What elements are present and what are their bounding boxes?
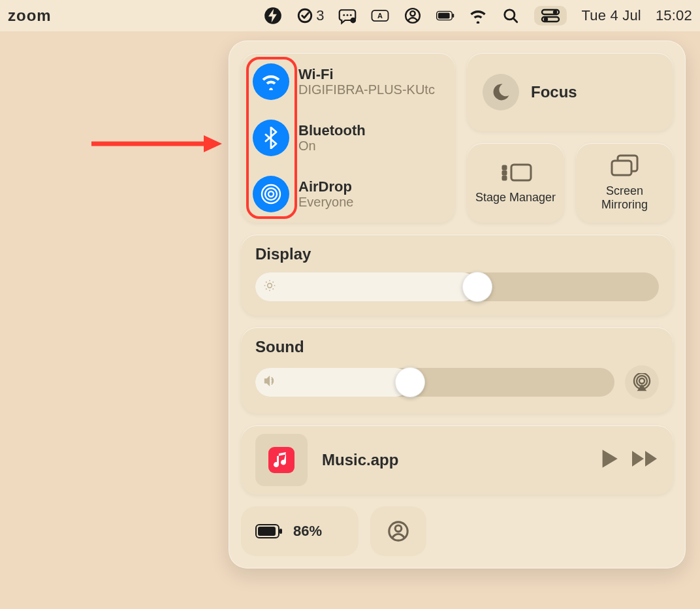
bluetooth-status: On	[298, 139, 366, 153]
user-icon[interactable]	[404, 7, 422, 25]
svg-text:A: A	[377, 12, 383, 20]
stage-manager-label: Stage Manager	[475, 191, 556, 205]
screen-mirroring-label: Screen Mirroring	[582, 184, 667, 211]
svg-point-15	[554, 11, 556, 14]
bluetooth-title: Bluetooth	[298, 123, 366, 138]
user-switch-tile[interactable]	[370, 506, 426, 556]
control-center-icon[interactable]	[534, 6, 567, 25]
wifi-network-name: DIGIFIBRA-PLUS-KUtc	[298, 82, 435, 97]
stage-manager-tile[interactable]: Stage Manager	[467, 143, 564, 223]
svg-point-20	[268, 191, 274, 197]
input-source-icon[interactable]: A	[371, 7, 389, 25]
focus-label: Focus	[531, 83, 577, 101]
wifi-title: Wi-Fi	[298, 67, 435, 82]
music-artwork	[255, 434, 308, 486]
svg-rect-34	[258, 527, 276, 536]
display-brightness-slider[interactable]	[255, 272, 659, 301]
svg-rect-25	[503, 171, 506, 174]
bluetooth-icon	[253, 120, 289, 156]
search-icon[interactable]	[501, 7, 520, 25]
sound-volume-slider[interactable]	[255, 368, 614, 397]
menu-bar: zoom 3 A Tue 4 Jul 15:02	[0, 0, 700, 31]
svg-point-2	[343, 14, 345, 16]
airdrop-icon	[253, 176, 289, 212]
battery-tile[interactable]: 86%	[241, 506, 358, 556]
bluetooth-toggle[interactable]: Bluetooth On	[253, 120, 443, 156]
svg-point-28	[268, 284, 272, 288]
svg-rect-12	[453, 14, 454, 18]
svg-point-5	[351, 18, 357, 24]
battery-percent: 86%	[293, 523, 322, 540]
svg-rect-26	[503, 176, 506, 180]
screen-mirroring-icon	[610, 154, 640, 178]
svg-rect-11	[438, 13, 450, 19]
menubar-time[interactable]: 15:02	[656, 7, 692, 24]
play-button[interactable]	[600, 449, 618, 471]
airplay-icon	[633, 373, 651, 391]
brightness-icon	[263, 279, 276, 295]
moon-icon	[483, 74, 519, 110]
svg-point-4	[350, 14, 352, 16]
control-center-panel: Wi-Fi DIGIFIBRA-PLUS-KUtc Bluetooth On	[229, 41, 686, 568]
speaker-icon	[263, 374, 278, 390]
svg-marker-19	[204, 135, 222, 152]
display-title: Display	[255, 245, 659, 263]
svg-point-29	[639, 378, 644, 384]
menubar-date[interactable]: Tue 4 Jul	[581, 7, 641, 24]
next-track-button[interactable]	[631, 450, 659, 470]
screen-mirroring-tile[interactable]: Screen Mirroring	[576, 143, 673, 223]
svg-rect-32	[268, 447, 294, 473]
battery-icon[interactable]	[436, 7, 454, 25]
svg-point-3	[347, 14, 349, 16]
now-playing-name: Music.app	[322, 451, 586, 469]
sound-title: Sound	[255, 338, 659, 356]
now-playing-tile[interactable]: Music.app	[241, 425, 673, 495]
svg-rect-23	[511, 165, 531, 180]
svg-point-37	[395, 525, 402, 532]
svg-point-21	[265, 188, 277, 200]
airdrop-title: AirDrop	[298, 179, 354, 194]
bolt-icon[interactable]	[264, 7, 282, 25]
todo-menu-item[interactable]: 3	[296, 7, 324, 24]
battery-icon	[255, 524, 283, 538]
airplay-audio-button[interactable]	[625, 365, 659, 399]
app-name[interactable]: zoom	[8, 7, 52, 25]
display-tile: Display	[241, 235, 673, 316]
connectivity-tile: Wi-Fi DIGIFIBRA-PLUS-KUtc Bluetooth On	[241, 53, 455, 223]
annotation-arrow	[91, 134, 222, 154]
airdrop-toggle[interactable]: AirDrop Everyone	[253, 176, 443, 212]
stage-manager-icon	[500, 162, 532, 184]
chat-icon[interactable]	[338, 7, 357, 25]
svg-rect-24	[503, 166, 506, 169]
wifi-icon	[253, 63, 289, 100]
svg-rect-35	[279, 529, 282, 534]
focus-tile[interactable]: Focus	[467, 53, 673, 131]
airdrop-status: Everyone	[298, 195, 354, 209]
svg-rect-27	[612, 161, 631, 175]
todo-count: 3	[316, 7, 324, 24]
svg-point-17	[545, 18, 547, 21]
wifi-icon[interactable]	[469, 7, 487, 25]
svg-point-9	[411, 11, 415, 16]
user-icon	[387, 520, 409, 542]
wifi-toggle[interactable]: Wi-Fi DIGIFIBRA-PLUS-KUtc	[253, 63, 443, 100]
sound-tile: Sound	[241, 327, 673, 414]
